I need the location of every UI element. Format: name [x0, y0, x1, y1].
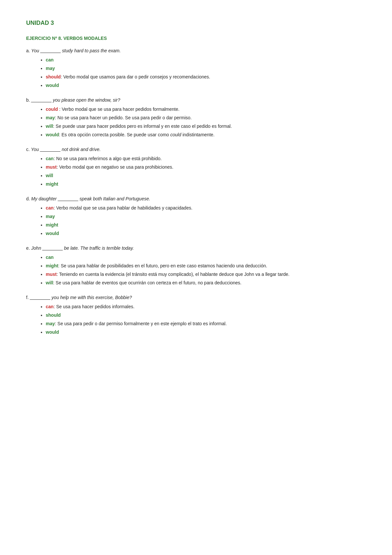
question-b-text: b. ________ you please open the window, …	[26, 97, 366, 103]
list-item: may	[46, 213, 366, 220]
question-e-text: e. John ________ be late. The traffic is…	[26, 245, 366, 251]
page-title: UNIDAD 3	[26, 20, 366, 26]
list-item: should: Verbo modal que usamos para dar …	[46, 74, 366, 80]
list-item: must: Teniendo en cuenta la evidencia (e…	[46, 271, 366, 278]
list-item: must: Verbo modal que en negativo se usa…	[46, 164, 366, 171]
question-d: d. My daughter ________ speak both Itali…	[26, 196, 366, 237]
list-item: may: Se usa para pedir o dar permiso for…	[46, 320, 366, 327]
list-item: might	[46, 181, 366, 188]
question-b: b. ________ you please open the window, …	[26, 97, 366, 138]
list-item: should	[46, 312, 366, 319]
question-e: e. John ________ be late. The traffic is…	[26, 245, 366, 286]
list-item: would	[46, 230, 366, 237]
question-d-options: can: Verbo modal que se usa para hablar …	[26, 205, 366, 237]
question-f: f. ________ you help me with this exerci…	[26, 295, 366, 336]
list-item: may: No se usa para hacer un pedido. Se …	[46, 114, 366, 121]
list-item: will: Se usa para hablar de eventos que …	[46, 279, 366, 286]
list-item: might: Se usa para hablar de posibilidad…	[46, 262, 366, 269]
question-c: c. You ________ not drink and drive. can…	[26, 147, 366, 188]
list-item: might	[46, 222, 366, 228]
list-item: can: No se usa para referirnos a algo qu…	[46, 155, 366, 162]
list-item: may	[46, 65, 366, 72]
list-item: can: Se usa para hacer pedidos informale…	[46, 303, 366, 310]
question-d-text: d. My daughter ________ speak both Itali…	[26, 196, 366, 201]
question-f-options: can: Se usa para hacer pedidos informale…	[26, 303, 366, 336]
question-f-text: f. ________ you help me with this exerci…	[26, 295, 366, 300]
list-item: can	[46, 57, 366, 63]
question-a-text: a. You ________ study hard to pass the e…	[26, 48, 366, 53]
question-a-options: can may should: Verbo modal que usamos p…	[26, 57, 366, 89]
exercise-title: EJERCICIO Nº 8. VERBOS MODALES	[26, 36, 366, 41]
question-a: a. You ________ study hard to pass the e…	[26, 48, 366, 89]
question-c-text: c. You ________ not drink and drive.	[26, 147, 366, 152]
list-item: would	[46, 329, 366, 336]
question-c-options: can: No se usa para referirnos a algo qu…	[26, 155, 366, 188]
list-item: will	[46, 172, 366, 179]
question-e-options: can might: Se usa para hablar de posibil…	[26, 254, 366, 286]
list-item: can: Verbo modal que se usa para hablar …	[46, 205, 366, 211]
list-item: would	[46, 82, 366, 89]
list-item: would: Es otra opción correcta posible. …	[46, 131, 366, 138]
list-item: can	[46, 254, 366, 261]
list-item: could : Verbo modal que se usa para hace…	[46, 106, 366, 113]
list-item: will: Se puede usar para hacer pedidos p…	[46, 123, 366, 130]
questions-container: a. You ________ study hard to pass the e…	[26, 48, 366, 336]
question-b-options: could : Verbo modal que se usa para hace…	[26, 106, 366, 138]
